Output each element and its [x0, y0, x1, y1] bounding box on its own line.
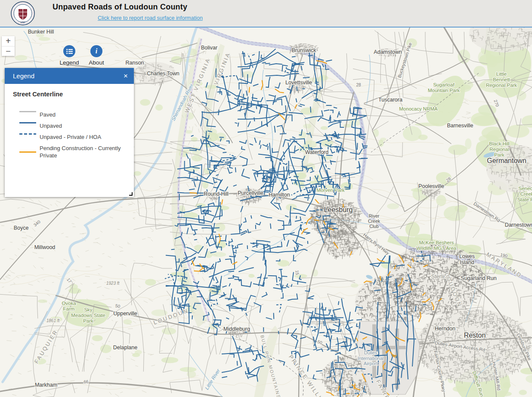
map-label: Bolivar — [201, 45, 217, 51]
zoom-out-button[interactable]: − — [2, 46, 15, 56]
app: { "header":{ "title":"Unpaved Roads of L… — [0, 0, 532, 397]
map-label: Reston — [464, 332, 486, 339]
map-label: 1861 ft — [46, 318, 60, 323]
legend-panel: Legend × Street Centerline PavedUnpavedU… — [5, 68, 134, 197]
legend-item-label: Unpaved — [40, 122, 128, 129]
legend-close-icon[interactable]: × — [124, 72, 134, 80]
map-label: Leesburg — [324, 206, 353, 213]
page-title: Unpaved Roads of Loudoun County — [53, 3, 187, 12]
map-label: Poolesville — [418, 183, 444, 189]
about-button[interactable]: i — [90, 45, 102, 57]
map-label: Monocacy NRMA — [399, 106, 438, 111]
map-label: Bunker Hill — [28, 29, 54, 35]
map-label: Round Hill — [204, 191, 229, 197]
info-icon: i — [96, 47, 97, 55]
map-label: Germantown — [487, 157, 526, 164]
map-label: Barnesville — [447, 123, 473, 129]
legend-item-label: Unpaved - Private / HOA — [40, 133, 128, 141]
legend-swatch-dashed — [19, 133, 36, 135]
map-label: 66 — [84, 379, 89, 385]
map-label: Middleburg — [223, 326, 250, 332]
legend-panel-header[interactable]: Legend × — [5, 68, 134, 84]
legend-swatch-solid — [19, 151, 36, 153]
map-label: McKee BeshersWildlife MGT Area — [417, 240, 457, 251]
map-label: Waterford — [305, 149, 328, 155]
map-label: Delaplane — [113, 345, 137, 351]
legend-panel-title: Legend — [5, 72, 124, 80]
legend-button-label: Legend — [54, 59, 84, 66]
map-label: Morven Park — [316, 188, 344, 193]
map-label: Markham — [35, 382, 57, 388]
map-label: Darnestown — [505, 222, 532, 228]
map-label: Ranson — [125, 60, 144, 66]
list-icon — [66, 49, 73, 54]
map-label: RiverCreekClub — [368, 213, 380, 229]
map-label: 15 — [295, 270, 300, 275]
map-label: Tuscarora — [378, 97, 402, 103]
map-label: 1923 ft — [106, 281, 120, 286]
map-label: LowesIsland — [459, 253, 475, 265]
report-road-surface-link[interactable]: Click here to report road surface inform… — [98, 15, 203, 21]
svg-text:1757: 1757 — [20, 21, 25, 24]
map-label: Lovettsville — [285, 80, 312, 86]
legend-layer-name: Street Centerline — [13, 91, 63, 98]
zoom-control: + − — [2, 36, 15, 56]
map-label: Brunswick — [292, 47, 317, 53]
map-canvas[interactable]: Bunker HillBolivarBrunswickAdamstownRans… — [0, 27, 532, 397]
legend-item-label: Pending Construction - Currently Private — [40, 145, 128, 159]
map-label: Purcellville — [238, 190, 263, 196]
county-seal-logo: 1757 — [11, 1, 35, 25]
legend-resize-handle[interactable] — [129, 192, 133, 196]
map-label: Hamilton — [269, 192, 290, 198]
about-button-label: About — [81, 59, 111, 66]
map-label: 28 — [356, 83, 361, 87]
map-label: Millwood — [34, 244, 56, 250]
legend-item-label: Paved — [40, 111, 128, 118]
zoom-in-button[interactable]: + — [2, 36, 15, 46]
legend-swatch-solid — [19, 111, 36, 112]
map-label: Herndon — [435, 326, 455, 332]
header: 1757 Unpaved Roads of Loudoun County Cli… — [0, 0, 532, 27]
map-label: OvokaFarm — [62, 301, 76, 311]
map-label: Sugarland Run — [461, 275, 496, 281]
map-label: Upperville — [113, 311, 137, 317]
map-label: Charles Town — [147, 71, 179, 77]
map-label: Adamstown — [374, 49, 402, 55]
legend-button[interactable] — [63, 45, 75, 57]
map-label: Boyce — [14, 225, 29, 231]
legend-swatch-solid — [19, 122, 36, 123]
